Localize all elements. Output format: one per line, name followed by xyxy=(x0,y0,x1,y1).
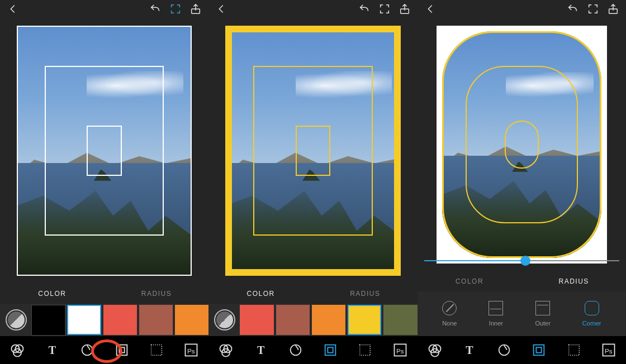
screen-3: COLOR RADIUS None Inner Outer Corner T P… xyxy=(418,0,626,364)
swatch-white[interactable] xyxy=(67,305,101,335)
filters-tool-icon[interactable] xyxy=(10,342,25,358)
swatch-black[interactable] xyxy=(31,305,65,335)
pattern-tool-icon[interactable] xyxy=(149,342,164,358)
swatch-brown[interactable] xyxy=(139,305,173,335)
color-swatches xyxy=(208,304,417,336)
top-bar xyxy=(418,0,626,18)
svg-rect-6 xyxy=(119,347,124,352)
swatch-brown[interactable] xyxy=(276,305,310,335)
back-icon[interactable] xyxy=(215,3,227,15)
swatch-olive[interactable] xyxy=(383,305,417,335)
border-tabs: COLOR RADIUS xyxy=(418,271,626,291)
undo-icon[interactable] xyxy=(149,3,162,15)
border-tabs: COLOR RADIUS xyxy=(0,284,208,304)
text-tool-icon[interactable]: T xyxy=(44,342,60,358)
photoshop-tool-icon[interactable]: Ps xyxy=(601,342,616,358)
top-bar xyxy=(0,0,208,18)
svg-text:Ps: Ps xyxy=(396,347,404,355)
share-icon[interactable] xyxy=(607,3,619,15)
edited-photo xyxy=(437,26,607,264)
tab-radius[interactable]: RADIUS xyxy=(521,271,626,291)
photoshop-tool-icon[interactable]: Ps xyxy=(183,342,199,358)
swatch-orange[interactable] xyxy=(312,305,345,335)
canvas-area[interactable] xyxy=(208,18,417,284)
filters-tool-icon[interactable] xyxy=(218,342,234,358)
radius-slider[interactable] xyxy=(424,252,619,269)
screen-2: COLOR RADIUS T Ps xyxy=(208,0,417,364)
canvas-area[interactable] xyxy=(0,18,208,284)
bottom-toolbar: T Ps xyxy=(208,336,417,364)
radius-label: Outer xyxy=(535,320,551,327)
fullscreen-icon[interactable] xyxy=(587,3,599,15)
border-tool-icon[interactable] xyxy=(323,342,338,358)
fullscreen-icon[interactable] xyxy=(378,3,391,15)
edited-photo xyxy=(225,26,400,276)
tab-radius[interactable]: RADIUS xyxy=(105,284,209,304)
custom-color-picker-icon[interactable] xyxy=(6,309,27,331)
bottom-toolbar: T Ps xyxy=(418,336,626,364)
text-tool-icon[interactable]: T xyxy=(462,342,477,358)
color-swatches xyxy=(0,304,208,336)
radius-option-inner[interactable]: Inner xyxy=(489,301,503,327)
radius-label: Corner xyxy=(582,320,601,327)
undo-icon[interactable] xyxy=(358,3,371,15)
swatch-yellow[interactable] xyxy=(348,305,381,335)
pattern-tool-icon[interactable] xyxy=(566,342,582,358)
share-icon[interactable] xyxy=(189,3,202,15)
border-tabs: COLOR RADIUS xyxy=(208,284,417,304)
edited-photo xyxy=(17,26,192,276)
swatch-red[interactable] xyxy=(240,305,273,335)
radius-options: None Inner Outer Corner xyxy=(418,291,626,336)
corner-icon xyxy=(585,301,599,315)
swatch-red[interactable] xyxy=(103,305,137,335)
svg-rect-14 xyxy=(325,345,336,356)
radius-option-corner[interactable]: Corner xyxy=(582,301,601,327)
svg-rect-23 xyxy=(534,345,544,356)
tab-color[interactable]: COLOR xyxy=(0,284,105,304)
svg-text:Ps: Ps xyxy=(187,347,195,355)
tab-color[interactable]: COLOR xyxy=(418,271,522,291)
border-tool-icon[interactable] xyxy=(114,342,130,358)
brush-tool-icon[interactable] xyxy=(288,342,303,358)
tab-color[interactable]: COLOR xyxy=(208,284,313,304)
back-icon[interactable] xyxy=(7,3,19,15)
canvas-area[interactable] xyxy=(418,18,626,271)
brush-tool-icon[interactable] xyxy=(496,342,512,358)
fullscreen-icon[interactable] xyxy=(169,3,182,15)
brush-tool-icon[interactable] xyxy=(79,342,95,358)
undo-icon[interactable] xyxy=(567,3,579,15)
none-icon xyxy=(442,301,457,315)
text-tool-icon[interactable]: T xyxy=(253,342,269,358)
inner-icon xyxy=(489,301,503,315)
swatch-orange[interactable] xyxy=(175,305,208,335)
filters-tool-icon[interactable] xyxy=(427,342,443,358)
screen-1: COLOR RADIUS T Ps xyxy=(0,0,208,364)
share-icon[interactable] xyxy=(399,3,411,15)
back-icon[interactable] xyxy=(424,3,437,15)
radius-option-outer[interactable]: Outer xyxy=(535,301,551,327)
svg-rect-5 xyxy=(116,345,127,356)
top-bar xyxy=(208,0,417,18)
custom-color-picker-icon[interactable] xyxy=(214,309,235,331)
svg-text:Ps: Ps xyxy=(605,347,613,355)
radius-label: Inner xyxy=(489,320,503,327)
svg-rect-15 xyxy=(328,347,333,352)
tab-radius[interactable]: RADIUS xyxy=(313,284,418,304)
bottom-toolbar: T Ps xyxy=(0,336,208,364)
border-tool-icon[interactable] xyxy=(531,342,547,358)
radius-label: None xyxy=(442,320,457,327)
svg-rect-24 xyxy=(537,347,542,352)
pattern-tool-icon[interactable] xyxy=(357,342,373,358)
outer-icon xyxy=(535,301,550,315)
radius-option-none[interactable]: None xyxy=(442,301,457,327)
photoshop-tool-icon[interactable]: Ps xyxy=(392,342,408,358)
